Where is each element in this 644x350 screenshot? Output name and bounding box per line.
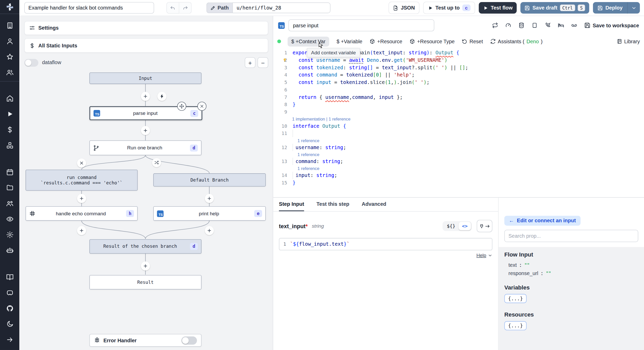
lightbulb-icon[interactable] xyxy=(282,58,287,63)
node-default-branch[interactable]: Default Branch xyxy=(153,173,266,186)
sidebar-item-resources[interactable] xyxy=(0,138,19,153)
node-print-help[interactable]: TSprint helpe xyxy=(153,206,266,221)
undo-button[interactable] xyxy=(166,2,179,14)
node-input[interactable]: Input xyxy=(89,72,201,84)
sidebar-item-ai[interactable] xyxy=(0,243,19,258)
assistants-button[interactable]: Assistants (Deno) xyxy=(490,38,543,44)
code-editor[interactable]: 1export async function main(text_input: … xyxy=(273,49,644,197)
node-result-chosen-branch[interactable]: Result of the chosen branchd xyxy=(89,239,201,254)
sidebar-item-discord[interactable] xyxy=(0,285,19,301)
edit-or-connect-button[interactable]: ←Edit or connect an input xyxy=(504,216,580,226)
code-mode-button[interactable]: <> xyxy=(459,222,471,230)
step-id-badge: d xyxy=(190,243,198,250)
save-draft-button[interactable]: Save draftCtrlS xyxy=(521,2,589,14)
sleep-icon[interactable] xyxy=(558,22,564,28)
search-prop-input[interactable]: Search prop... xyxy=(504,230,638,242)
reset-button[interactable]: Reset xyxy=(462,38,483,44)
test-flow-button[interactable]: Test flow xyxy=(479,2,517,14)
sidebar-item-user[interactable] xyxy=(0,33,19,49)
redo-button[interactable] xyxy=(179,2,192,14)
sidebar-item-settings[interactable] xyxy=(0,227,19,243)
code-line: 10interface Output { xyxy=(273,122,644,130)
codelens[interactable]: 1 reference xyxy=(273,137,644,144)
sidebar-item-workers[interactable] xyxy=(0,196,19,211)
sidebar-item-github[interactable] xyxy=(0,301,19,316)
add-step-button-5[interactable] xyxy=(77,226,86,235)
sidebar-item-variables[interactable] xyxy=(0,122,19,138)
add-step-button-6[interactable] xyxy=(205,226,214,235)
mock-icon[interactable] xyxy=(571,22,578,28)
retries-icon[interactable] xyxy=(492,22,498,28)
codelens[interactable]: 1 reference xyxy=(273,151,644,158)
variables-object-chip[interactable]: {...} xyxy=(504,294,527,303)
connect-input-button[interactable] xyxy=(477,220,493,232)
node-run-one-branch[interactable]: Run one branchd xyxy=(89,140,201,155)
add-resource-button[interactable]: +Resource xyxy=(370,38,402,44)
rotate-ccw-icon xyxy=(462,39,468,44)
resources-object-chip[interactable]: {...} xyxy=(504,321,527,330)
swap-branch-button[interactable] xyxy=(152,158,161,167)
kbd-ctrl: Ctrl xyxy=(560,5,575,11)
sidebar-item-schedules[interactable] xyxy=(0,164,19,180)
flow-title-input[interactable]: Example handler for slack bot commands xyxy=(24,2,154,14)
codelens[interactable]: 1 implementation | 1 reference xyxy=(273,116,644,122)
node-result[interactable]: Result xyxy=(89,275,201,289)
path-label[interactable]: Path xyxy=(206,3,232,13)
expression-gutter: 1 xyxy=(279,241,290,247)
delete-step-button[interactable] xyxy=(197,102,206,111)
deploy-dropdown-button[interactable] xyxy=(627,2,640,14)
error-handler-toggle[interactable] xyxy=(181,336,197,344)
sidebar-item-folders[interactable] xyxy=(0,180,19,196)
users-icon xyxy=(6,69,13,76)
trigger-button[interactable] xyxy=(157,92,166,101)
sidebar-item-workspace[interactable] xyxy=(0,18,19,33)
remove-branch-button[interactable] xyxy=(77,159,86,168)
early-stop-icon[interactable] xyxy=(505,22,512,28)
user-group-icon xyxy=(6,200,13,207)
step-name-input[interactable]: parse input xyxy=(289,19,434,31)
add-variable-button[interactable]: $ +Variable xyxy=(336,38,362,44)
sidebar-item-runs[interactable] xyxy=(0,106,19,122)
sidebar-item-home[interactable] xyxy=(0,91,19,106)
node-handle-echo-command[interactable]: handle echo commandh xyxy=(26,206,138,221)
help-link[interactable]: Help xyxy=(477,253,486,258)
prop-row-text[interactable]: text : "" xyxy=(504,261,638,269)
sidebar-item-docs[interactable] xyxy=(0,269,19,285)
tab-test-this-step[interactable]: Test this step xyxy=(317,198,349,211)
sidebar-item-groups[interactable] xyxy=(0,65,19,80)
add-step-button-4[interactable] xyxy=(205,194,214,203)
template-mode-button[interactable]: ${} xyxy=(444,222,459,230)
folder-icon xyxy=(6,184,13,192)
suspend-icon[interactable] xyxy=(545,22,551,28)
add-step-button-1[interactable] xyxy=(141,92,150,101)
test-up-to-button[interactable]: Test up toc xyxy=(423,2,475,14)
deploy-button[interactable]: Deploy xyxy=(593,2,627,14)
cache-icon[interactable] xyxy=(519,22,525,28)
package-icon xyxy=(410,39,415,44)
save-to-workspace-button[interactable]: Save to workspace xyxy=(584,22,639,28)
node-run-command-branch[interactable]: run command `results.c.command === 'echo… xyxy=(26,170,138,191)
windmill-logo[interactable] xyxy=(0,0,19,14)
sidebar-item-theme[interactable] xyxy=(0,316,19,332)
concurrency-icon[interactable] xyxy=(532,22,538,28)
add-step-button-3[interactable] xyxy=(77,194,86,203)
codelens[interactable]: 1 reference xyxy=(273,165,644,172)
sidebar-collapse-toggle[interactable] xyxy=(0,332,19,348)
json-button[interactable]: JSON xyxy=(388,2,419,14)
chevron-down-icon[interactable] xyxy=(488,253,493,258)
sidebar-item-favorites[interactable] xyxy=(0,49,19,65)
prop-row-response-url[interactable]: response_url : "" xyxy=(504,269,638,278)
add-resource-type-button[interactable]: +Resource Type xyxy=(410,38,455,44)
add-step-button-2[interactable] xyxy=(141,126,150,135)
tab-step-input[interactable]: Step Input xyxy=(279,198,304,211)
move-step-button[interactable] xyxy=(177,102,186,111)
add-step-button-7[interactable] xyxy=(141,261,150,270)
tab-advanced[interactable]: Advanced xyxy=(362,198,386,211)
library-button[interactable]: Library xyxy=(617,38,640,44)
path-value-input[interactable]: u/henri/flow_28 xyxy=(232,3,331,13)
sidebar-item-audit-logs[interactable] xyxy=(0,211,19,227)
plug-icon xyxy=(479,223,484,229)
plus-icon xyxy=(143,128,148,133)
error-handler-bar[interactable]: Error Handler xyxy=(89,334,201,347)
expression-editor[interactable]: 1 `${flow_input.text}` xyxy=(279,238,493,250)
